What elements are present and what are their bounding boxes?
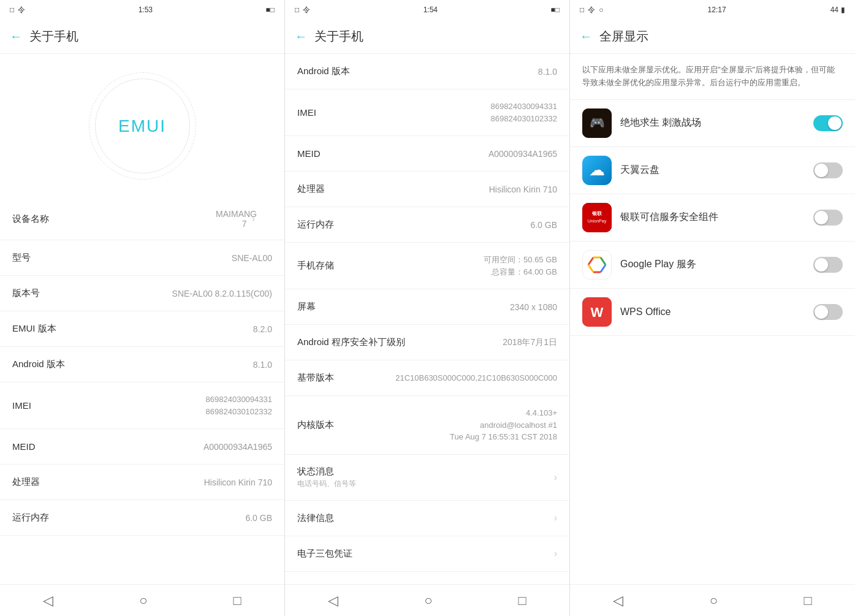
- android-version-label-1: Android 版本: [12, 359, 65, 370]
- toggle-unionpay[interactable]: [813, 210, 843, 226]
- screen-value: 2340 x 1080: [510, 302, 557, 312]
- header-1: ← 关于手机: [0, 20, 284, 54]
- settings-list-1: 设备名称 MAIMANG 7 › 型号 SNE-AL00 版本号 SNE-AL0…: [0, 198, 284, 584]
- status-left-2: □ 令: [295, 5, 310, 15]
- svg-text:银联: 银联: [591, 211, 602, 216]
- nav-home-1[interactable]: ○: [139, 593, 147, 609]
- nav-recent-2[interactable]: □: [519, 593, 526, 609]
- screen-item: 屏幕 2340 x 1080: [285, 289, 569, 325]
- emui-version-item: EMUI 版本 8.2.0: [0, 311, 284, 347]
- toggle-gplay[interactable]: [813, 257, 843, 273]
- toggle-knob-unionpay: [815, 211, 828, 224]
- emui-inner-ring: EMUI: [95, 78, 190, 173]
- nav-recent-3[interactable]: □: [804, 593, 811, 609]
- processor-value-1: Hisilicon Kirin 710: [204, 477, 272, 487]
- security-patch-label: Android 程序安全补丁级别: [297, 337, 405, 348]
- toggle-knob-pubg: [828, 116, 842, 130]
- meid-value-1: A00000934A1965: [203, 442, 272, 452]
- nav-bar-1: ◁ ○ □: [0, 584, 284, 616]
- status-item[interactable]: 状态消息 电话号码、信号等 ›: [285, 455, 569, 501]
- nav-back-1[interactable]: ◁: [43, 593, 53, 609]
- app-item-pubg: 🎮 绝地求生 刺激战场: [570, 100, 855, 147]
- battery-icon-2: ■□: [550, 6, 560, 14]
- svg-line-11: [588, 265, 593, 272]
- status-sublabel: 电话号码、信号等: [297, 479, 356, 489]
- warranty-label: 电子三包凭证: [297, 548, 352, 560]
- nav-home-3[interactable]: ○: [710, 593, 718, 609]
- toggle-knob-cloud: [815, 164, 828, 177]
- app-name-wps: WPS Office: [620, 306, 805, 318]
- nav-bar-2: ◁ ○ □: [285, 584, 569, 616]
- toggle-cloud[interactable]: [813, 162, 843, 178]
- nav-home-2[interactable]: ○: [424, 593, 432, 609]
- android-version-value-2: 8.1.0: [538, 67, 557, 77]
- panel-1: □ 令 1:53 ■□ ← 关于手机 EMUI 设备名称 MAIMANG 7 ›…: [0, 0, 285, 616]
- chevron-icon-legal: ›: [554, 512, 557, 523]
- app-name-gplay: Google Play 服务: [620, 258, 805, 271]
- device-name-item[interactable]: 设备名称 MAIMANG 7 ›: [0, 198, 284, 240]
- kernel-value: 4.4.103+android@localhost #1Tue Aug 7 16…: [450, 407, 557, 443]
- status-label: 状态消息: [297, 466, 356, 477]
- imei-label-2: IMEI: [297, 107, 316, 118]
- app-icon-wps: W: [582, 297, 612, 327]
- meid-value-2: A00000934A1965: [488, 149, 557, 159]
- model-item: 型号 SNE-AL00: [0, 240, 284, 276]
- emui-logo-text: EMUI: [118, 116, 166, 136]
- back-button-2[interactable]: ←: [295, 29, 307, 44]
- status-left-1: □ 令: [10, 5, 25, 15]
- meid-label-2: MEID: [297, 148, 321, 159]
- device-name-label: 设备名称: [12, 213, 49, 225]
- device-name-right: MAIMANG 7 ›: [216, 209, 272, 229]
- model-value: SNE-AL00: [232, 253, 272, 263]
- back-button-3[interactable]: ←: [580, 29, 592, 44]
- header-3: ← 全屏显示: [570, 20, 855, 54]
- kernel-item: 内核版本 4.4.103+android@localhost #1Tue Aug…: [285, 396, 569, 455]
- header-2: ← 关于手机: [285, 20, 569, 54]
- time-3: 12:17: [708, 6, 726, 14]
- baseband-item: 基带版本 21C10B630S000C000,21C10B630S000C000: [285, 360, 569, 396]
- toggle-pubg[interactable]: [813, 115, 843, 131]
- nav-back-3[interactable]: ◁: [613, 593, 623, 609]
- warranty-item[interactable]: 电子三包凭证 ›: [285, 536, 569, 572]
- toggle-knob-gplay: [815, 258, 828, 272]
- baseband-label: 基带版本: [297, 372, 334, 384]
- meid-label-1: MEID: [12, 441, 36, 452]
- app-icon-cloud: ☁: [582, 156, 612, 185]
- emui-logo-section: EMUI: [0, 54, 284, 198]
- battery-icon-1: ■□: [265, 6, 275, 14]
- imei-value-1: 869824030094331869824030102332: [206, 394, 272, 417]
- imei-value-2: 869824030094331869824030102332: [491, 101, 557, 124]
- status-bar-3: □ 令 ○ 12:17 44 ▮: [570, 0, 855, 20]
- app-item-unionpay: 银联 UnionPay 银联可信服务安全组件: [570, 194, 855, 241]
- svg-line-6: [588, 257, 593, 265]
- nav-back-2[interactable]: ◁: [328, 593, 338, 609]
- toggle-wps[interactable]: [813, 304, 843, 320]
- version-item: 版本号 SNE-AL00 8.2.0.115(C00): [0, 276, 284, 311]
- back-button-1[interactable]: ←: [10, 29, 22, 44]
- imei-label-1: IMEI: [12, 400, 31, 411]
- emui-version-value: 8.2.0: [253, 324, 272, 334]
- app-item-cloud: ☁ 天翼云盘: [570, 147, 855, 194]
- storage-label: 手机存储: [297, 260, 334, 272]
- status-left-3: □ 令 ○: [580, 5, 604, 15]
- baseband-value: 21C10B630S000C000,21C10B630S000C000: [395, 372, 557, 384]
- nav-recent-1[interactable]: □: [234, 593, 241, 609]
- meid-item-1: MEID A00000934A1965: [0, 429, 284, 465]
- fullscreen-description: 以下应用未做全屏显示优化。应用开启"全屏显示"后将提升体验，但可能导致未做全屏优…: [570, 54, 855, 100]
- processor-label-2: 处理器: [297, 183, 325, 195]
- sim-icon-2: □: [295, 6, 299, 14]
- status-right-3: 44 ▮: [830, 6, 845, 14]
- legal-item[interactable]: 法律信息 ›: [285, 501, 569, 536]
- meid-item-2: MEID A00000934A1965: [285, 136, 569, 172]
- wifi-icon-2: 令: [303, 5, 310, 15]
- app-icon-gplay: [582, 250, 612, 279]
- app-icon-pubg: 🎮: [582, 108, 612, 138]
- chevron-icon-warranty: ›: [554, 548, 557, 559]
- emui-outer-ring: EMUI: [89, 72, 196, 180]
- ram-item-1: 运行内存 6.0 GB: [0, 500, 284, 536]
- battery-text-3: 44: [830, 6, 838, 14]
- status-label-group: 状态消息 电话号码、信号等: [297, 466, 356, 489]
- time-1: 1:53: [139, 6, 153, 14]
- processor-value-2: Hisilicon Kirin 710: [489, 184, 557, 194]
- ram-item-2: 运行内存 6.0 GB: [285, 207, 569, 243]
